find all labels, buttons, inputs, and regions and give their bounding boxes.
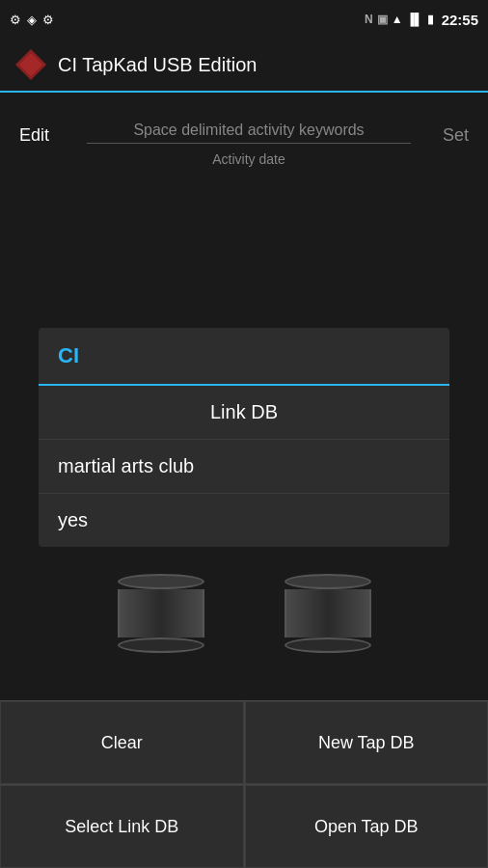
status-icons-right: N ▣ ▲ ▐▌ ▮ 22:55: [365, 12, 478, 28]
clock: 22:55: [442, 12, 478, 28]
db-icons-area: [0, 574, 488, 653]
battery-icon: ▮: [427, 13, 434, 26]
dropdown-header-text: CI: [58, 343, 79, 367]
activity-date-label: Activity date: [87, 151, 411, 167]
main-content: Edit Space delimited activity keywords A…: [0, 93, 488, 196]
dropdown-header: CI: [39, 328, 449, 386]
cylinder-right: [285, 574, 371, 653]
open-tap-db-button[interactable]: Open Tap DB: [245, 785, 489, 868]
cylinder-left: [118, 574, 204, 653]
app-title: CI TapKad USB Edition: [58, 54, 257, 76]
signal-icon: ▐▌: [407, 13, 423, 26]
dropdown-item-yes[interactable]: yes: [39, 494, 449, 547]
cylinder-right-top: [285, 574, 371, 589]
nfc-icon: N: [365, 13, 373, 26]
bottom-buttons: Clear New Tap DB Select Link DB Open Tap…: [0, 700, 488, 868]
status-bar: ⚙ ◈ ⚙ N ▣ ▲ ▐▌ ▮ 22:55: [0, 0, 488, 39]
clear-button[interactable]: Clear: [0, 701, 244, 784]
select-link-db-button[interactable]: Select Link DB: [0, 785, 244, 868]
svg-marker-1: [19, 53, 42, 76]
keywords-placeholder: Space delimited activity keywords: [87, 122, 411, 144]
title-bar: CI TapKad USB Edition: [0, 39, 488, 93]
cylinder-left-body: [118, 589, 204, 637]
edit-row: Edit Space delimited activity keywords A…: [0, 112, 488, 176]
button-row-1: Clear New Tap DB: [0, 701, 488, 784]
dropdown-item-martialarts[interactable]: martial arts club: [39, 440, 449, 494]
dropdown-popup: CI Link DB martial arts club yes: [39, 328, 449, 547]
sim-icon: ▣: [377, 13, 388, 26]
app-icon: [15, 49, 46, 80]
edit-label: Edit: [19, 122, 68, 146]
new-tap-db-button[interactable]: New Tap DB: [245, 701, 489, 784]
dropdown-item-linkdb[interactable]: Link DB: [39, 386, 449, 440]
cylinder-right-bottom: [285, 637, 371, 653]
android-icon: ◈: [27, 13, 37, 27]
button-row-2: Select Link DB Open Tap DB: [0, 785, 488, 868]
wifi-icon: ▲: [392, 13, 403, 26]
status-icons-left: ⚙ ◈ ⚙: [10, 13, 54, 27]
usb-icon-1: ⚙: [10, 13, 21, 27]
keywords-field[interactable]: Space delimited activity keywords Activi…: [87, 122, 411, 167]
set-label[interactable]: Set: [430, 122, 469, 146]
cylinder-left-bottom: [118, 637, 204, 653]
cylinder-right-body: [285, 589, 371, 637]
cylinder-left-top: [118, 574, 204, 589]
usb-icon-2: ⚙: [42, 13, 54, 27]
